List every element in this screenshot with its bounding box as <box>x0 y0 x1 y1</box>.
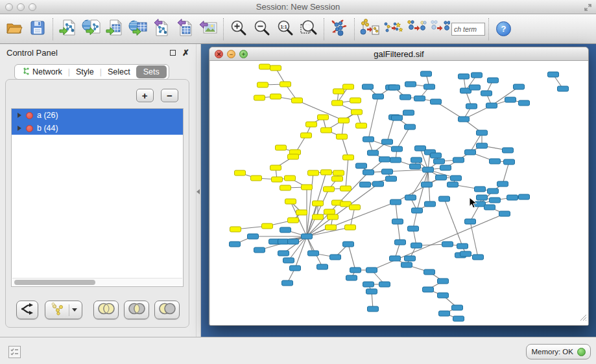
graph-node[interactable] <box>451 176 462 181</box>
export-table-button[interactable] <box>173 16 197 42</box>
graph-node[interactable] <box>405 124 416 130</box>
split-sets-button[interactable] <box>16 301 38 319</box>
graph-node[interactable] <box>490 198 501 203</box>
graph-node[interactable] <box>379 282 390 287</box>
graph-node[interactable] <box>235 170 246 176</box>
graph-node[interactable] <box>278 251 289 256</box>
graph-node[interactable] <box>403 110 414 115</box>
graph-node[interactable] <box>465 150 476 155</box>
graph-node[interactable] <box>439 311 450 316</box>
graph-node[interactable] <box>401 262 412 267</box>
remove-set-button[interactable]: − <box>161 89 178 102</box>
graph-node[interactable] <box>373 181 384 187</box>
graph-node[interactable] <box>422 182 433 187</box>
graph-node[interactable] <box>477 143 488 148</box>
graph-node[interactable] <box>410 164 421 169</box>
graph-node[interactable] <box>452 305 463 310</box>
graph-node[interactable] <box>278 239 289 244</box>
graph-node[interactable] <box>431 99 442 104</box>
graph-node[interactable] <box>438 279 449 284</box>
graph-node[interactable] <box>366 267 377 273</box>
graph-node[interactable] <box>328 214 339 220</box>
graph-node[interactable] <box>442 242 453 247</box>
graph-node[interactable] <box>363 137 374 142</box>
graph-node[interactable] <box>466 104 477 109</box>
graph-node[interactable] <box>548 72 559 77</box>
zoom-in-button[interactable] <box>227 16 250 42</box>
graph-node[interactable] <box>343 155 354 160</box>
float-panel-icon[interactable] <box>170 50 176 56</box>
graph-node[interactable] <box>424 269 435 275</box>
graph-node[interactable] <box>308 251 319 256</box>
graph-node[interactable] <box>313 201 324 206</box>
add-set-button[interactable]: + <box>136 89 154 102</box>
graph-node[interactable] <box>423 167 434 172</box>
graph-node[interactable] <box>280 227 291 233</box>
graph-node[interactable] <box>270 165 281 170</box>
network-view-window[interactable]: ✕ − + galFiltered.sif <box>209 47 589 326</box>
graph-edge[interactable] <box>368 97 378 139</box>
group-expand-button[interactable] <box>428 16 451 42</box>
export-image-button[interactable] <box>197 16 220 42</box>
graph-node[interactable] <box>434 159 445 164</box>
graph-node[interactable] <box>504 159 515 165</box>
graph-node[interactable] <box>285 199 296 204</box>
graph-node[interactable] <box>285 176 296 181</box>
collapse-panel-icon[interactable] <box>197 189 200 194</box>
task-monitor-button[interactable] <box>8 346 21 358</box>
graph-node[interactable] <box>350 205 361 210</box>
graph-node[interactable] <box>414 96 425 101</box>
graph-node[interactable] <box>332 176 343 181</box>
graph-node[interactable] <box>333 89 344 94</box>
graph-node[interactable] <box>356 123 367 128</box>
graph-node[interactable] <box>405 256 416 261</box>
graph-node[interactable] <box>306 122 317 127</box>
scrollbar-thumb[interactable] <box>14 280 95 285</box>
graph-node[interactable] <box>497 181 508 187</box>
import-table-web-button[interactable] <box>126 16 150 42</box>
graph-edge[interactable] <box>372 214 505 270</box>
graph-node[interactable] <box>447 182 459 187</box>
disclosure-triangle-icon[interactable] <box>18 113 21 118</box>
graph-node[interactable] <box>486 103 497 108</box>
graph-node[interactable] <box>405 82 416 87</box>
graph-node[interactable] <box>459 74 470 79</box>
graph-edge[interactable] <box>350 207 355 227</box>
graph-node[interactable] <box>390 256 401 261</box>
memory-status-button[interactable]: Memory: OK <box>526 344 591 359</box>
graph-node[interactable] <box>262 223 273 229</box>
search-input[interactable] <box>451 23 485 36</box>
graph-node[interactable] <box>254 95 265 100</box>
graph-node[interactable] <box>389 85 400 90</box>
graph-node[interactable] <box>505 97 516 102</box>
graph-node[interactable] <box>230 242 241 247</box>
graph-node[interactable] <box>411 243 422 248</box>
graph-node[interactable] <box>425 201 436 207</box>
tab-network[interactable]: Network <box>17 65 68 79</box>
graph-node[interactable] <box>392 146 403 152</box>
zoom-selected-button[interactable] <box>297 16 320 42</box>
graph-node[interactable] <box>352 109 363 115</box>
graph-node[interactable] <box>368 150 379 155</box>
graph-node[interactable] <box>473 255 484 260</box>
open-session-button[interactable] <box>3 16 26 42</box>
graph-node[interactable] <box>272 177 283 182</box>
graph-edge[interactable] <box>398 222 400 242</box>
graph-node[interactable] <box>321 128 332 133</box>
graph-node[interactable] <box>350 98 361 103</box>
graph-node[interactable] <box>382 139 393 144</box>
graph-edge[interactable] <box>348 244 355 270</box>
graph-node[interactable] <box>257 82 268 87</box>
tab-sets[interactable]: Sets <box>136 65 167 78</box>
create-set-from-network-button[interactable] <box>45 301 82 319</box>
network-graph[interactable] <box>210 61 588 325</box>
graph-node[interactable] <box>395 240 406 245</box>
graph-node[interactable] <box>302 185 313 190</box>
minimize-view-icon[interactable]: − <box>227 50 235 58</box>
help-button[interactable]: ? <box>496 21 511 36</box>
graph-node[interactable] <box>324 209 335 214</box>
graph-node[interactable] <box>390 199 401 205</box>
graph-node[interactable] <box>360 182 371 187</box>
graph-node[interactable] <box>382 169 393 174</box>
graph-node[interactable] <box>470 85 481 90</box>
